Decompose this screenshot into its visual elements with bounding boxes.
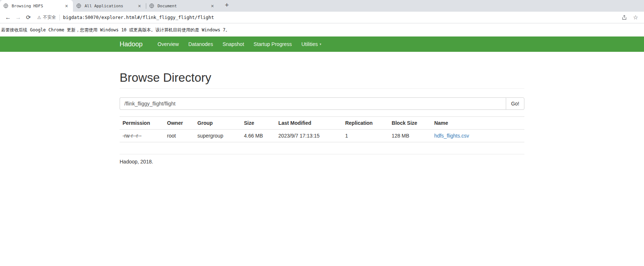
toolbar-actions: ☆ <box>621 15 638 20</box>
page-title: Browse Directory <box>120 71 524 85</box>
cell-permission: -rw-r--r-- <box>120 130 164 142</box>
back-icon[interactable]: ← <box>3 12 13 23</box>
infobar: 若要接收后续 Google Chrome 更新，您需使用 Windows 10 … <box>0 23 644 36</box>
cell-name: hdfs_flights.csv <box>431 130 524 142</box>
tab-browsing-hdfs[interactable]: Browsing HDFS × <box>0 0 73 12</box>
go-button[interactable]: Go! <box>506 97 524 110</box>
tab-document[interactable]: Document × <box>146 0 219 12</box>
browser-toolbar: ← → ⟳ ⚠ 不安全 bigdata:50070/explorer.html#… <box>0 12 644 23</box>
nav-overview[interactable]: Overview <box>153 41 183 47</box>
header-replication: Replication <box>342 117 389 130</box>
share-icon[interactable] <box>621 15 627 20</box>
bookmark-star-icon[interactable]: ☆ <box>633 15 638 20</box>
nav-utilities-label: Utilities <box>301 41 318 47</box>
table-row: -rw-r--r-- root supergroup 4.66 MB 2023/… <box>120 130 524 142</box>
header-size: Size <box>241 117 275 130</box>
globe-icon <box>3 3 9 9</box>
directory-path-input[interactable] <box>120 97 506 110</box>
warning-icon: ⚠ <box>37 15 41 20</box>
hadoop-brand[interactable]: Hadoop <box>120 41 143 48</box>
tab-title: Browsing HDFS <box>12 4 61 8</box>
close-icon[interactable]: × <box>136 3 143 9</box>
globe-icon <box>149 3 155 9</box>
cell-owner: root <box>164 130 194 142</box>
tab-title: All Applications <box>85 4 133 8</box>
chevron-down-icon: ▾ <box>320 42 322 46</box>
file-listing-table: Permission Owner Group Size Last Modifie… <box>120 116 524 142</box>
nav-utilities[interactable]: Utilities ▾ <box>296 41 326 47</box>
table-header: Permission Owner Group Size Last Modifie… <box>120 117 524 130</box>
reload-icon[interactable]: ⟳ <box>23 12 34 23</box>
table-header-row: Permission Owner Group Size Last Modifie… <box>120 117 524 130</box>
cell-block-size: 128 MB <box>389 130 431 142</box>
close-icon[interactable]: × <box>209 3 216 9</box>
header-last-modified: Last Modified <box>275 117 342 130</box>
hadoop-navbar: Hadoop Overview Datanodes Snapshot Start… <box>0 36 644 52</box>
footer-divider <box>120 154 524 154</box>
browser-window: Browsing HDFS × All Applications × Docum… <box>0 0 644 36</box>
nav-startup-progress[interactable]: Startup Progress <box>249 41 296 47</box>
url-text[interactable]: bigdata:50070/explorer.html#/flink_fligg… <box>63 15 214 20</box>
header-group: Group <box>194 117 241 130</box>
security-chip[interactable]: ⚠ 不安全 <box>37 14 56 20</box>
table-body: -rw-r--r-- root supergroup 4.66 MB 2023/… <box>120 130 524 142</box>
tab-all-applications[interactable]: All Applications × <box>73 0 146 12</box>
header-name: Name <box>431 117 524 130</box>
divider <box>59 15 60 20</box>
path-input-group: Go! <box>120 97 524 110</box>
footer-text: Hadoop, 2018. <box>120 159 524 179</box>
header-owner: Owner <box>164 117 194 130</box>
title-divider <box>120 88 524 89</box>
close-icon[interactable]: × <box>63 3 70 9</box>
nav-snapshot[interactable]: Snapshot <box>218 41 249 47</box>
globe-icon <box>76 3 82 9</box>
tab-strip: Browsing HDFS × All Applications × Docum… <box>0 0 644 12</box>
main-content: Browse Directory Go! Permission Owner Gr… <box>114 71 530 179</box>
file-link[interactable]: hdfs_flights.csv <box>434 133 469 139</box>
cell-size: 4.66 MB <box>241 130 275 142</box>
cell-last-modified: 2023/9/7 17:13:15 <box>275 130 342 142</box>
nav-datanodes[interactable]: Datanodes <box>183 41 218 47</box>
cell-replication: 1 <box>342 130 389 142</box>
new-tab-button[interactable]: + <box>222 0 232 11</box>
navbar-inner: Hadoop Overview Datanodes Snapshot Start… <box>114 36 530 52</box>
forward-icon[interactable]: → <box>13 12 23 23</box>
header-block-size: Block Size <box>389 117 431 130</box>
header-permission: Permission <box>120 117 164 130</box>
cell-group: supergroup <box>194 130 241 142</box>
tab-title: Document <box>158 4 206 8</box>
security-label: 不安全 <box>43 14 56 20</box>
address-bar[interactable]: ⚠ 不安全 bigdata:50070/explorer.html#/flink… <box>34 12 621 23</box>
infobar-message: 若要接收后续 Google Chrome 更新，您需使用 Windows 10 … <box>1 27 230 33</box>
